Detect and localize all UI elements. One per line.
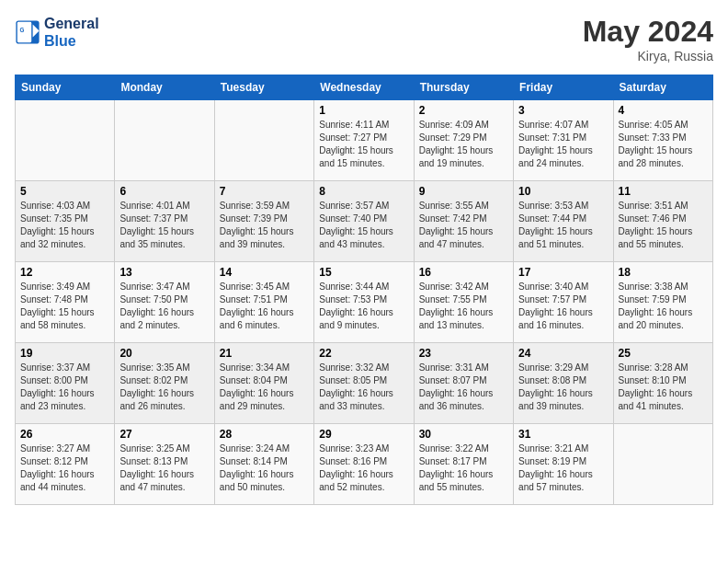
- calendar-cell: 25Sunrise: 3:28 AM Sunset: 8:10 PM Dayli…: [613, 343, 712, 424]
- calendar-cell: [214, 100, 313, 181]
- calendar-week-row: 26Sunrise: 3:27 AM Sunset: 8:12 PM Dayli…: [16, 424, 713, 505]
- day-number: 6: [119, 185, 209, 198]
- day-number: 28: [220, 428, 309, 441]
- day-info: Sunrise: 3:42 AM Sunset: 7:55 PM Dayligh…: [419, 281, 508, 332]
- day-number: 30: [419, 428, 508, 441]
- day-number: 3: [518, 104, 608, 117]
- day-info: Sunrise: 3:25 AM Sunset: 8:13 PM Dayligh…: [119, 442, 209, 494]
- day-number: 2: [419, 104, 508, 117]
- svg-text:G: G: [20, 27, 25, 33]
- calendar-week-row: 19Sunrise: 3:37 AM Sunset: 8:00 PM Dayli…: [16, 343, 713, 424]
- calendar-cell: 8Sunrise: 3:57 AM Sunset: 7:40 PM Daylig…: [314, 181, 414, 262]
- calendar-cell: 6Sunrise: 4:01 AM Sunset: 7:37 PM Daylig…: [115, 181, 214, 262]
- day-info: Sunrise: 3:22 AM Sunset: 8:17 PM Dayligh…: [419, 442, 508, 494]
- day-number: 29: [319, 428, 408, 441]
- day-number: 1: [319, 104, 408, 117]
- calendar-cell: 12Sunrise: 3:49 AM Sunset: 7:48 PM Dayli…: [16, 262, 115, 343]
- day-info: Sunrise: 4:09 AM Sunset: 7:29 PM Dayligh…: [419, 119, 508, 170]
- day-number: 22: [319, 347, 408, 360]
- weekday-header-sunday: Sunday: [16, 75, 115, 100]
- day-number: 4: [619, 104, 708, 117]
- calendar-cell: [613, 424, 712, 505]
- day-number: 31: [518, 428, 608, 441]
- calendar-cell: 4Sunrise: 4:05 AM Sunset: 7:33 PM Daylig…: [613, 100, 712, 181]
- calendar-cell: 15Sunrise: 3:44 AM Sunset: 7:53 PM Dayli…: [314, 262, 414, 343]
- day-info: Sunrise: 3:38 AM Sunset: 7:59 PM Dayligh…: [619, 281, 708, 332]
- day-info: Sunrise: 3:21 AM Sunset: 8:19 PM Dayligh…: [518, 442, 608, 494]
- day-number: 25: [619, 347, 708, 360]
- day-number: 21: [220, 347, 309, 360]
- calendar-cell: 18Sunrise: 3:38 AM Sunset: 7:59 PM Dayli…: [613, 262, 712, 343]
- day-info: Sunrise: 3:44 AM Sunset: 7:53 PM Dayligh…: [319, 281, 408, 332]
- weekday-header-saturday: Saturday: [613, 75, 712, 100]
- weekday-header-friday: Friday: [514, 75, 613, 100]
- day-info: Sunrise: 3:51 AM Sunset: 7:46 PM Dayligh…: [619, 200, 708, 251]
- calendar-table: SundayMondayTuesdayWednesdayThursdayFrid…: [15, 75, 713, 505]
- day-number: 10: [518, 185, 608, 198]
- calendar-week-row: 1Sunrise: 4:11 AM Sunset: 7:27 PM Daylig…: [16, 100, 713, 181]
- day-number: 19: [20, 347, 109, 360]
- day-info: Sunrise: 4:11 AM Sunset: 7:27 PM Dayligh…: [319, 119, 408, 170]
- day-number: 14: [220, 266, 309, 279]
- day-info: Sunrise: 3:45 AM Sunset: 7:51 PM Dayligh…: [220, 281, 309, 332]
- day-number: 12: [20, 266, 109, 279]
- day-number: 16: [419, 266, 508, 279]
- location: Kirya, Russia: [583, 49, 713, 63]
- calendar-cell: 13Sunrise: 3:47 AM Sunset: 7:50 PM Dayli…: [115, 262, 214, 343]
- weekday-header-tuesday: Tuesday: [214, 75, 313, 100]
- day-info: Sunrise: 4:01 AM Sunset: 7:37 PM Dayligh…: [119, 200, 209, 251]
- logo-icon: G: [15, 19, 40, 45]
- calendar-cell: 2Sunrise: 4:09 AM Sunset: 7:29 PM Daylig…: [414, 100, 513, 181]
- day-info: Sunrise: 3:32 AM Sunset: 8:05 PM Dayligh…: [319, 362, 408, 413]
- calendar-cell: 27Sunrise: 3:25 AM Sunset: 8:13 PM Dayli…: [115, 424, 214, 505]
- title-block: May 2024 Kirya, Russia: [583, 15, 713, 63]
- calendar-cell: 1Sunrise: 4:11 AM Sunset: 7:27 PM Daylig…: [314, 100, 414, 181]
- weekday-header-monday: Monday: [115, 75, 214, 100]
- weekday-header-row: SundayMondayTuesdayWednesdayThursdayFrid…: [16, 75, 713, 100]
- day-info: Sunrise: 3:59 AM Sunset: 7:39 PM Dayligh…: [220, 200, 309, 251]
- logo: G General Blue: [15, 15, 99, 50]
- calendar-cell: 31Sunrise: 3:21 AM Sunset: 8:19 PM Dayli…: [514, 424, 613, 505]
- calendar-cell: 9Sunrise: 3:55 AM Sunset: 7:42 PM Daylig…: [414, 181, 513, 262]
- day-info: Sunrise: 3:34 AM Sunset: 8:04 PM Dayligh…: [220, 362, 309, 413]
- day-number: 27: [119, 428, 209, 441]
- day-number: 9: [419, 185, 508, 198]
- day-number: 18: [619, 266, 708, 279]
- day-number: 7: [220, 185, 309, 198]
- day-info: Sunrise: 4:07 AM Sunset: 7:31 PM Dayligh…: [518, 119, 608, 170]
- calendar-cell: 26Sunrise: 3:27 AM Sunset: 8:12 PM Dayli…: [16, 424, 115, 505]
- calendar-cell: 28Sunrise: 3:24 AM Sunset: 8:14 PM Dayli…: [214, 424, 313, 505]
- day-number: 17: [518, 266, 608, 279]
- calendar-cell: 3Sunrise: 4:07 AM Sunset: 7:31 PM Daylig…: [514, 100, 613, 181]
- day-number: 5: [20, 185, 109, 198]
- day-info: Sunrise: 3:40 AM Sunset: 7:57 PM Dayligh…: [518, 281, 608, 332]
- calendar-cell: 10Sunrise: 3:53 AM Sunset: 7:44 PM Dayli…: [514, 181, 613, 262]
- calendar-cell: 7Sunrise: 3:59 AM Sunset: 7:39 PM Daylig…: [214, 181, 313, 262]
- logo-text: General Blue: [44, 15, 99, 50]
- calendar-cell: 14Sunrise: 3:45 AM Sunset: 7:51 PM Dayli…: [214, 262, 313, 343]
- calendar-cell: 23Sunrise: 3:31 AM Sunset: 8:07 PM Dayli…: [414, 343, 513, 424]
- day-number: 13: [119, 266, 209, 279]
- day-info: Sunrise: 3:28 AM Sunset: 8:10 PM Dayligh…: [619, 362, 708, 413]
- calendar-cell: 11Sunrise: 3:51 AM Sunset: 7:46 PM Dayli…: [613, 181, 712, 262]
- calendar-cell: 20Sunrise: 3:35 AM Sunset: 8:02 PM Dayli…: [115, 343, 214, 424]
- day-info: Sunrise: 3:24 AM Sunset: 8:14 PM Dayligh…: [220, 442, 309, 494]
- calendar-cell: 22Sunrise: 3:32 AM Sunset: 8:05 PM Dayli…: [314, 343, 414, 424]
- day-info: Sunrise: 3:23 AM Sunset: 8:16 PM Dayligh…: [319, 442, 408, 494]
- calendar-cell: [115, 100, 214, 181]
- day-info: Sunrise: 4:05 AM Sunset: 7:33 PM Dayligh…: [619, 119, 708, 170]
- calendar-cell: 5Sunrise: 4:03 AM Sunset: 7:35 PM Daylig…: [16, 181, 115, 262]
- day-info: Sunrise: 3:57 AM Sunset: 7:40 PM Dayligh…: [319, 200, 408, 251]
- calendar-week-row: 5Sunrise: 4:03 AM Sunset: 7:35 PM Daylig…: [16, 181, 713, 262]
- page-header: G General Blue May 2024 Kirya, Russia: [15, 15, 713, 63]
- weekday-header-thursday: Thursday: [414, 75, 513, 100]
- day-number: 23: [419, 347, 508, 360]
- weekday-header-wednesday: Wednesday: [314, 75, 414, 100]
- day-number: 24: [518, 347, 608, 360]
- day-info: Sunrise: 3:35 AM Sunset: 8:02 PM Dayligh…: [119, 362, 209, 413]
- calendar-cell: 16Sunrise: 3:42 AM Sunset: 7:55 PM Dayli…: [414, 262, 513, 343]
- day-info: Sunrise: 3:27 AM Sunset: 8:12 PM Dayligh…: [20, 442, 109, 494]
- calendar-cell: 29Sunrise: 3:23 AM Sunset: 8:16 PM Dayli…: [314, 424, 414, 505]
- calendar-cell: [16, 100, 115, 181]
- day-number: 15: [319, 266, 408, 279]
